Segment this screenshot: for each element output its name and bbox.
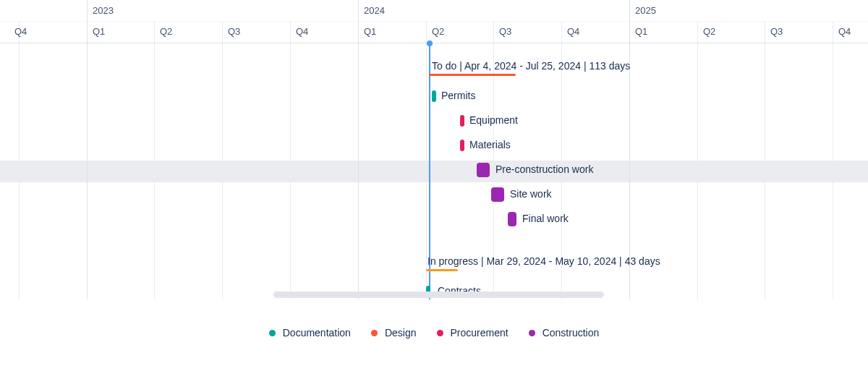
group-header-todo-text: To do | Apr 4, 2024 - Jul 25, 2024 | 113… bbox=[432, 60, 630, 72]
task-label[interactable]: Pre-construction work bbox=[495, 163, 593, 175]
quarter-label: Q4 bbox=[14, 21, 27, 43]
legend-swatch-icon bbox=[371, 330, 378, 336]
task-label[interactable]: Site work bbox=[510, 188, 552, 200]
task-label[interactable]: Equipment bbox=[469, 114, 518, 126]
quarter-axis: Q4Q1Q2Q3Q4Q1Q2Q3Q4Q1Q2Q3Q4 bbox=[0, 21, 868, 43]
group-underline-inprogress bbox=[426, 269, 458, 271]
legend-label: Documentation bbox=[283, 327, 351, 339]
task-bar[interactable] bbox=[477, 163, 490, 177]
year-label: 2025 bbox=[635, 0, 656, 22]
quarter-label: Q3 bbox=[499, 21, 511, 43]
group-header-todo[interactable]: To do | Apr 4, 2024 - Jul 25, 2024 | 113… bbox=[432, 60, 630, 75]
quarter-label: Q4 bbox=[838, 21, 851, 43]
legend-label: Design bbox=[385, 327, 417, 339]
quarter-gridline bbox=[426, 21, 427, 299]
quarter-label: Q2 bbox=[160, 21, 172, 43]
legend-item[interactable]: Procurement bbox=[437, 327, 509, 339]
task-bar[interactable] bbox=[460, 115, 464, 127]
quarter-label: Q4 bbox=[296, 21, 308, 43]
header-divider bbox=[0, 43, 868, 43]
group-header-inprogress[interactable]: In progress | Mar 29, 2024 - May 10, 202… bbox=[427, 255, 660, 270]
legend-swatch-icon bbox=[269, 330, 276, 336]
quarter-label: Q1 bbox=[364, 21, 376, 43]
quarter-gridline bbox=[222, 21, 223, 299]
quarter-label: Q2 bbox=[432, 21, 444, 43]
task-bar[interactable] bbox=[460, 140, 464, 151]
legend-item[interactable]: Design bbox=[371, 327, 417, 339]
legend-label: Procurement bbox=[451, 327, 509, 339]
legend-swatch-icon bbox=[529, 330, 535, 336]
year-axis: 202320242025 bbox=[0, 0, 868, 22]
quarter-gridline bbox=[765, 21, 765, 299]
year-gridline bbox=[629, 0, 630, 299]
quarter-label: Q3 bbox=[228, 21, 240, 43]
year-label: 2024 bbox=[364, 0, 385, 22]
legend-item[interactable]: Documentation bbox=[269, 327, 351, 339]
quarter-label: Q1 bbox=[93, 21, 105, 43]
quarter-label: Q2 bbox=[703, 21, 715, 43]
quarter-label: Q1 bbox=[635, 21, 647, 43]
year-gridline bbox=[358, 0, 359, 299]
year-gridline bbox=[87, 0, 88, 299]
group-underline-todo bbox=[429, 74, 516, 76]
legend-item[interactable]: Construction bbox=[529, 327, 600, 339]
quarter-gridline bbox=[19, 21, 20, 299]
task-bar[interactable] bbox=[491, 187, 504, 202]
gantt-chart[interactable]: 202320242025 Q4Q1Q2Q3Q4Q1Q2Q3Q4Q1Q2Q3Q4 … bbox=[0, 0, 868, 299]
today-marker-dot bbox=[427, 41, 433, 46]
quarter-gridline bbox=[154, 21, 155, 299]
task-label[interactable]: Final work bbox=[522, 213, 569, 224]
year-label: 2023 bbox=[93, 0, 114, 22]
legend-swatch-icon bbox=[437, 330, 443, 336]
quarter-gridline bbox=[290, 21, 291, 299]
quarter-gridline bbox=[833, 21, 833, 299]
quarter-label: Q4 bbox=[567, 21, 579, 43]
quarter-label: Q3 bbox=[770, 21, 783, 43]
row-highlight bbox=[0, 161, 868, 182]
group-header-inprogress-text: In progress | Mar 29, 2024 - May 10, 202… bbox=[427, 255, 660, 267]
quarter-gridline bbox=[697, 21, 698, 299]
legend-label: Construction bbox=[542, 327, 600, 339]
task-label[interactable]: Materials bbox=[469, 139, 511, 150]
task-bar[interactable] bbox=[508, 212, 516, 226]
task-label[interactable]: Permits bbox=[441, 90, 475, 101]
legend: DocumentationDesignProcurementConstructi… bbox=[0, 299, 868, 366]
horizontal-scrollbar[interactable] bbox=[273, 291, 604, 298]
task-bar[interactable] bbox=[432, 90, 436, 102]
